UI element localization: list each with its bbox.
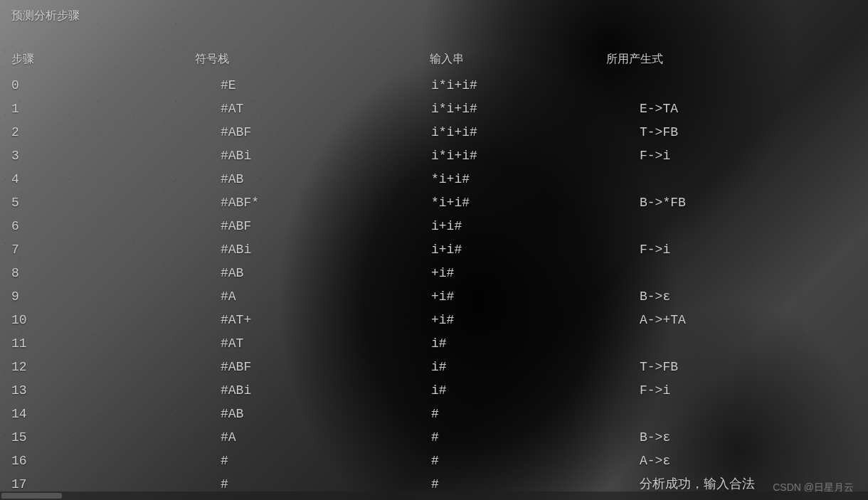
cell-step: 11	[11, 332, 221, 356]
table-row: 12#ABFi#T->FB	[11, 356, 857, 379]
cell-input: #	[431, 450, 640, 473]
cell-stack: #E	[221, 74, 431, 97]
cell-input: i+i#	[431, 215, 640, 238]
table-row: 11#ATi#	[11, 332, 857, 356]
cell-input: +i#	[431, 262, 640, 285]
cell-production: F->i	[640, 144, 857, 168]
page-title: 预测分析步骤	[11, 9, 857, 23]
cell-step: 0	[11, 74, 221, 97]
cell-step: 3	[11, 144, 221, 168]
cell-stack: #ABF	[221, 215, 431, 238]
cell-stack: #AT	[221, 332, 431, 356]
cell-stack: #AB	[221, 168, 431, 191]
table-row: 7#ABii+i#F->i	[11, 238, 857, 262]
cell-stack: #A	[221, 285, 431, 309]
cell-step: 10	[11, 309, 221, 332]
cell-production	[640, 74, 857, 97]
cell-step: 12	[11, 356, 221, 379]
cell-input: i#	[431, 332, 640, 356]
table-row: 14#AB#	[11, 403, 857, 426]
cell-stack: #AT	[221, 97, 431, 121]
cell-production: A->ε	[640, 450, 857, 473]
cell-production: A->+TA	[640, 309, 857, 332]
cell-stack: #ABi	[221, 379, 431, 403]
horizontal-scrollbar[interactable]	[0, 491, 868, 500]
cell-input: i+i#	[431, 238, 640, 262]
cell-stack: #	[221, 450, 431, 473]
header-production: 所用产生式	[606, 52, 857, 67]
cell-step: 7	[11, 238, 221, 262]
cell-step: 16	[11, 450, 221, 473]
table-body: 0#Ei*i+i#1#ATi*i+i#E->TA2#ABFi*i+i#T->FB…	[11, 74, 857, 496]
table-row: 4#AB*i+i#	[11, 168, 857, 191]
cell-input: #	[431, 426, 640, 450]
table-row: 5#ABF**i+i#B->*FB	[11, 191, 857, 215]
cell-stack: #A	[221, 426, 431, 450]
cell-production: B->ε	[640, 426, 857, 450]
cell-production: F->i	[640, 238, 857, 262]
cell-input: i#	[431, 379, 640, 403]
cell-input: i*i+i#	[431, 121, 640, 144]
cell-production: F->i	[640, 379, 857, 403]
table-row: 3#ABii*i+i#F->i	[11, 144, 857, 168]
cell-input: i#	[431, 356, 640, 379]
cell-step: 2	[11, 121, 221, 144]
cell-step: 15	[11, 426, 221, 450]
cell-stack: #AB	[221, 403, 431, 426]
cell-input: +i#	[431, 285, 640, 309]
scrollbar-thumb[interactable]	[1, 493, 62, 499]
cell-step: 14	[11, 403, 221, 426]
cell-stack: #AB	[221, 262, 431, 285]
table-row: 0#Ei*i+i#	[11, 74, 857, 97]
cell-production: B->ε	[640, 285, 857, 309]
cell-production	[640, 215, 857, 238]
table-row: 9#A+i#B->ε	[11, 285, 857, 309]
cell-stack: #ABi	[221, 144, 431, 168]
cell-production	[640, 168, 857, 191]
cell-production	[640, 262, 857, 285]
cell-production: B->*FB	[640, 191, 857, 215]
table-row: 8#AB+i#	[11, 262, 857, 285]
cell-step: 5	[11, 191, 221, 215]
cell-input: i*i+i#	[431, 74, 640, 97]
cell-step: 6	[11, 215, 221, 238]
cell-production: T->FB	[640, 356, 857, 379]
cell-input: i*i+i#	[431, 144, 640, 168]
cell-stack: #ABi	[221, 238, 431, 262]
table-row: 16##A->ε	[11, 450, 857, 473]
cell-stack: #ABF	[221, 356, 431, 379]
table-row: 1#ATi*i+i#E->TA	[11, 97, 857, 121]
table-row: 10#AT++i#A->+TA	[11, 309, 857, 332]
cell-production: E->TA	[640, 97, 857, 121]
cell-input: +i#	[431, 309, 640, 332]
cell-production: T->FB	[640, 121, 857, 144]
table-row: 15#A#B->ε	[11, 426, 857, 450]
table-header: 步骤 符号栈 输入串 所用产生式	[11, 52, 857, 67]
terminal-output: 预测分析步骤 步骤 符号栈 输入串 所用产生式 0#Ei*i+i#1#ATi*i…	[0, 0, 868, 500]
cell-stack: #ABF	[221, 121, 431, 144]
table-row: 6#ABFi+i#	[11, 215, 857, 238]
table-row: 2#ABFi*i+i#T->FB	[11, 121, 857, 144]
cell-production	[640, 403, 857, 426]
cell-input: *i+i#	[431, 168, 640, 191]
table-row: 13#ABii#F->i	[11, 379, 857, 403]
cell-step: 1	[11, 97, 221, 121]
cell-input: i*i+i#	[431, 97, 640, 121]
header-input: 输入串	[430, 52, 606, 67]
cell-stack: #ABF*	[221, 191, 431, 215]
cell-step: 9	[11, 285, 221, 309]
cell-input: *i+i#	[431, 191, 640, 215]
header-stack: 符号栈	[195, 52, 430, 67]
cell-step: 13	[11, 379, 221, 403]
cell-production	[640, 332, 857, 356]
cell-step: 4	[11, 168, 221, 191]
cell-input: #	[431, 403, 640, 426]
cell-step: 8	[11, 262, 221, 285]
header-step: 步骤	[11, 52, 195, 67]
cell-stack: #AT+	[221, 309, 431, 332]
